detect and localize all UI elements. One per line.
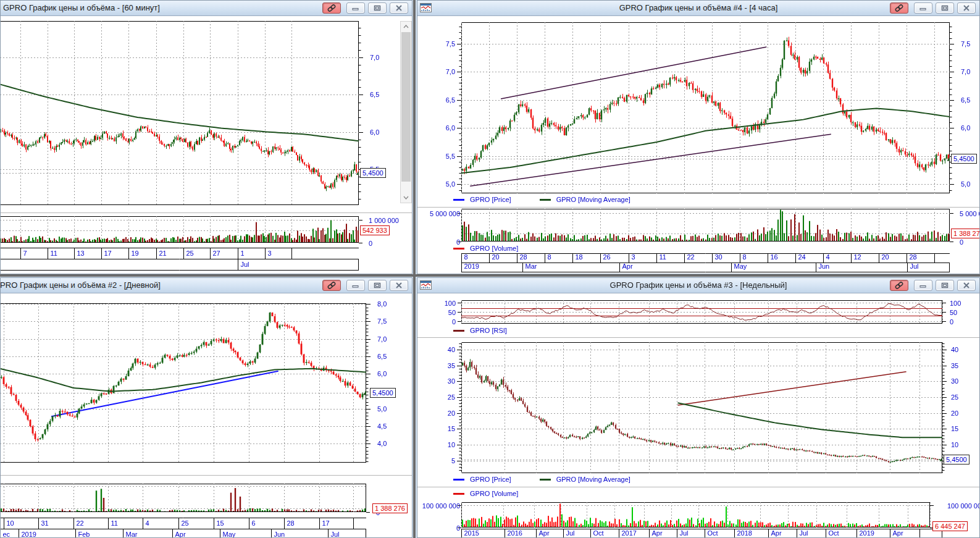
link-button[interactable]	[890, 2, 908, 14]
price-legend-label: GPRO [Price]	[470, 196, 511, 203]
volume-legend-label: GPRO [Volume]	[470, 245, 518, 252]
pane-separator[interactable]	[417, 207, 979, 208]
mdi-workspace: GPRO График цены и объёма - [60 минут] 5…	[0, 0, 980, 538]
link-button[interactable]	[322, 280, 341, 291]
window-gpro-4h: GPRO График цены и объёма #4 - [4 часа] …	[417, 0, 980, 274]
last-volume-box: 1 388 276	[951, 229, 980, 238]
legend-volume: GPRO [Volume]	[453, 490, 518, 497]
close-button[interactable]	[957, 2, 976, 14]
minimize-button[interactable]	[346, 280, 365, 291]
close-button[interactable]	[957, 280, 976, 291]
vertical-splitter[interactable]	[413, 0, 416, 538]
last-volume-box: 1 388 276	[372, 503, 408, 513]
last-price-box: 5,4500	[360, 168, 386, 178]
rsi-legend-label: GPRO [RSI]	[470, 327, 507, 334]
minimize-icon	[919, 5, 927, 11]
volume-legend-dash	[453, 248, 464, 250]
last-price-box: 5,4500	[944, 455, 970, 464]
scroll-up-button[interactable]	[401, 22, 411, 32]
window-gpro-daily: GPRO График цены и объёма #2 - [Дневной]…	[0, 277, 413, 538]
last-price-box: 5,4500	[370, 388, 396, 398]
close-icon	[963, 5, 970, 11]
pane-separator[interactable]	[417, 487, 979, 487]
price-legend-dash	[453, 199, 464, 201]
close-button[interactable]	[390, 280, 408, 291]
volume-legend-label: GPRO [Volume]	[470, 490, 518, 497]
close-button[interactable]	[390, 2, 408, 14]
ma-legend-label: GPRO [Moving Average]	[556, 196, 630, 203]
titlebar-weekly[interactable]: GPRO График цены и объёма #3 - [Недельны…	[417, 278, 979, 293]
window-title: GPRO График цены и объёма #4 - [4 часа]	[619, 3, 778, 12]
chain-icon	[327, 282, 337, 289]
close-icon	[395, 5, 403, 11]
last-volume-box: 6 445 247	[932, 521, 968, 531]
window-title: GPRO График цены и объёма #3 - [Недельны…	[610, 280, 787, 290]
ma-legend-dash	[540, 199, 551, 201]
price-volume-chart-4h[interactable]	[417, 16, 980, 274]
restore-icon	[941, 5, 949, 11]
restore-icon	[374, 5, 381, 11]
window-gpro-weekly: GPRO График цены и объёма #3 - [Недельны…	[417, 277, 980, 538]
chart-window-icon	[420, 3, 432, 13]
chevron-down-icon	[403, 196, 409, 200]
chart-vertical-scrollbar[interactable]	[400, 21, 412, 203]
window-title: GPRO График цены и объёма - [60 минут]	[3, 3, 160, 12]
minimize-icon	[919, 282, 927, 288]
last-price-box: 5,4500	[951, 154, 977, 164]
link-button[interactable]	[890, 280, 908, 291]
minimize-button[interactable]	[346, 2, 365, 14]
pane-separator[interactable]	[1, 212, 412, 213]
restore-button[interactable]	[368, 2, 387, 14]
restore-button[interactable]	[936, 280, 954, 291]
rsi-legend-dash	[453, 330, 464, 332]
chevron-up-icon	[403, 25, 409, 28]
minimize-icon	[352, 5, 359, 11]
chain-icon	[894, 282, 904, 289]
close-icon	[963, 282, 970, 288]
scrollbar-thumb[interactable]	[401, 32, 411, 182]
minimize-icon	[352, 282, 359, 288]
close-icon	[395, 282, 403, 288]
legend-rsi: GPRO [RSI]	[453, 327, 507, 334]
last-volume-box: 542 933	[360, 225, 390, 235]
price-volume-chart-60min[interactable]	[1, 16, 413, 274]
chart-window-icon	[420, 280, 432, 290]
price-legend-label: GPRO [Price]	[470, 476, 511, 483]
minimize-button[interactable]	[914, 2, 932, 14]
titlebar-4h[interactable]: GPRO График цены и объёма #4 - [4 часа]	[417, 1, 979, 16]
link-button[interactable]	[322, 2, 341, 14]
price-volume-chart-daily[interactable]	[1, 293, 413, 538]
volume-legend-dash	[453, 493, 464, 495]
titlebar-60min[interactable]: GPRO График цены и объёма - [60 минут]	[1, 1, 412, 16]
legend-volume: GPRO [Volume]	[453, 245, 518, 252]
pane-separator[interactable]	[417, 337, 979, 338]
window-title: GPRO График цены и объёма #2 - [Дневной]	[0, 280, 161, 290]
pane-separator[interactable]	[1, 475, 412, 476]
minimize-button[interactable]	[914, 280, 932, 291]
restore-icon	[941, 282, 949, 288]
window-gpro-60min: GPRO График цены и объёма - [60 минут] 5…	[0, 0, 413, 274]
restore-button[interactable]	[936, 2, 954, 14]
price-legend-dash	[453, 479, 464, 481]
titlebar-daily[interactable]: GPRO График цены и объёма #2 - [Дневной]	[1, 278, 412, 293]
horizontal-splitter[interactable]	[0, 274, 980, 277]
legend-price-ma: GPRO [Price] GPRO [Moving Average]	[453, 196, 630, 203]
chain-icon	[894, 4, 904, 12]
legend-price-ma: GPRO [Price] GPRO [Moving Average]	[453, 476, 630, 483]
restore-icon	[374, 282, 381, 288]
ma-legend-dash	[540, 479, 551, 481]
scroll-down-button[interactable]	[401, 193, 411, 203]
chain-icon	[327, 4, 337, 12]
restore-button[interactable]	[368, 280, 387, 291]
ma-legend-label: GPRO [Moving Average]	[556, 476, 630, 483]
